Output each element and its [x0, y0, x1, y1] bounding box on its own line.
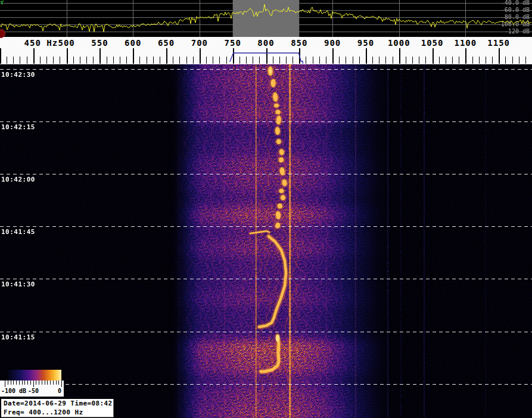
legend-tick — [39, 380, 39, 385]
legend-tick — [56, 380, 57, 385]
legend-tick — [11, 380, 11, 385]
time-label: 10:42:00 — [1, 176, 35, 183]
db-label: -120 dB — [505, 29, 530, 35]
db-label: -60.0 dB — [501, 7, 530, 13]
activity-indicator-icon — [0, 0, 5, 5]
legend-tick — [5, 380, 5, 387]
legend-tick — [19, 380, 20, 385]
legend-tick — [24, 380, 25, 385]
db-label: -100.0 dB — [497, 21, 530, 27]
time-label: 10:41:15 — [1, 333, 35, 341]
time-label: 10:42:15 — [1, 123, 35, 131]
legend-tick — [30, 380, 31, 385]
time-label: 10:41:30 — [1, 280, 35, 288]
legend-tick — [50, 380, 51, 385]
db-label: -40.0 dB — [501, 0, 530, 6]
legend-tick — [27, 380, 28, 385]
passband-indicator[interactable] — [0, 37, 532, 64]
legend-tick — [8, 380, 8, 385]
legend-tick — [33, 380, 34, 387]
spectrum-analyzer-window: -40.0 dB-60.0 dB-80.0 dB-100.0 dB-120 dB… — [0, 0, 532, 418]
legend-tick — [13, 380, 14, 385]
db-label: -80.0 dB — [501, 14, 530, 20]
info-date-time: Date=2014-06-29 Time=08:42 — [1, 399, 113, 408]
info-box: Date=2014-06-29 Time=08:42 Freq= 400...1… — [1, 399, 114, 417]
legend-tick — [58, 380, 59, 385]
legend-tick — [36, 380, 36, 385]
info-freq-range: Freq= 400...1200 Hz — [1, 408, 113, 417]
legend-tick — [53, 380, 54, 385]
frequency-scale[interactable]: 450 Hz5005506006507007508008509009501000… — [0, 37, 532, 64]
legend-tick — [16, 380, 17, 385]
legend-db-scale: -100 dB-500 — [0, 380, 64, 397]
legend-db-label: -50 — [28, 388, 39, 394]
color-gradient-bar[interactable] — [5, 370, 61, 380]
legend-db-label: 0 — [58, 388, 61, 394]
legend-db-label: -100 dB — [1, 388, 26, 394]
waterfall-display[interactable] — [0, 64, 532, 418]
legend-tick — [45, 380, 45, 385]
legend-tick — [61, 380, 62, 387]
spectrum-graph[interactable] — [0, 0, 532, 37]
legend-tick — [42, 380, 42, 385]
legend-tick — [47, 380, 48, 385]
color-scale-legend: -100 dB-500 — [0, 369, 66, 397]
time-label: 10:42:30 — [1, 71, 35, 79]
legend-tick — [22, 380, 23, 385]
time-label: 10:41:45 — [1, 228, 35, 236]
